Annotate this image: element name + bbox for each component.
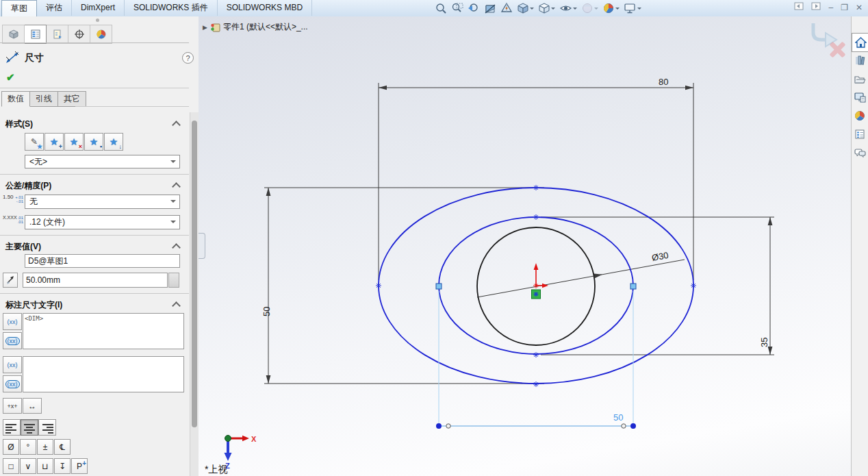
- counterbore-symbol-button[interactable]: ⊔: [37, 458, 53, 474]
- align-right-button[interactable]: [38, 419, 56, 436]
- forum-icon[interactable]: [852, 144, 868, 162]
- display-manager-tab[interactable]: [90, 25, 112, 44]
- dim-80-label[interactable]: 80: [659, 77, 668, 87]
- apply-scene-caret[interactable]: [615, 8, 620, 12]
- more-symbols-button[interactable]: P +: [71, 458, 88, 474]
- add-favorite-button[interactable]: ★ +: [44, 133, 64, 151]
- square-symbol-button[interactable]: □: [3, 458, 19, 474]
- previous-view-icon[interactable]: [467, 1, 481, 16]
- graphics-area[interactable]: ▶ 零件1 (默认<<默认>_... 80 50: [199, 16, 851, 476]
- angle-text-button[interactable]: ↔: [23, 398, 42, 414]
- minimize-button[interactable]: –: [828, 2, 833, 13]
- tolerance-dropdown[interactable]: 无: [25, 195, 180, 209]
- panel-scrollbar-thumb[interactable]: [192, 121, 197, 427]
- collapse-chevron-icon[interactable]: [172, 301, 181, 310]
- offset-text-button[interactable]: +x+: [3, 398, 22, 414]
- zoom-to-fit-icon[interactable]: [434, 1, 448, 16]
- ellipse-vertex-handle[interactable]: [630, 284, 636, 289]
- dimension-35-lines[interactable]: [541, 217, 774, 355]
- apply-default-attributes-button[interactable]: ✎ ★: [25, 133, 44, 151]
- property-manager-tab[interactable]: [25, 25, 47, 44]
- dim-arrow-grip[interactable]: [622, 424, 626, 428]
- dimension-name-field[interactable]: [25, 254, 180, 268]
- ellipse-vertex-handle[interactable]: [436, 284, 442, 289]
- center-point-handle[interactable]: [532, 290, 541, 299]
- section-view-icon[interactable]: [483, 1, 497, 16]
- edit-appearance-icon[interactable]: [580, 1, 599, 16]
- tab-evaluate[interactable]: 评估: [37, 0, 72, 16]
- dimension-80-lines[interactable]: [379, 83, 693, 280]
- inspection-button-2[interactable]: (xx): [3, 375, 22, 392]
- align-center-button[interactable]: [21, 419, 38, 436]
- subtab-leaders[interactable]: 引线: [30, 91, 58, 107]
- collapse-left-panel-icon[interactable]: [794, 2, 804, 13]
- inspection-button[interactable]: (xx): [3, 332, 22, 349]
- view-orientation-caret[interactable]: [530, 8, 534, 12]
- home-icon[interactable]: [852, 33, 868, 52]
- dim-arrow-grip[interactable]: [446, 424, 450, 428]
- countersink-symbol-button[interactable]: ∨: [20, 458, 36, 474]
- align-left-button[interactable]: [3, 419, 21, 436]
- depth-symbol-button[interactable]: ↧: [54, 458, 71, 474]
- dimension-text-area[interactable]: <DIM>: [23, 313, 184, 349]
- dimension-text-section-header[interactable]: 标注尺寸文字(I): [0, 297, 189, 311]
- zoom-to-area-icon[interactable]: [450, 1, 464, 16]
- selected-dim-extension-lines[interactable]: [439, 291, 633, 426]
- tolerance-section-header[interactable]: 公差/精度(P): [0, 178, 189, 192]
- display-style-icon[interactable]: [537, 1, 556, 16]
- dim-diameter-label[interactable]: Ø30: [651, 250, 669, 263]
- display-style-caret[interactable]: [551, 8, 555, 12]
- drawing-view-icon[interactable]: [500, 1, 513, 16]
- design-library-icon[interactable]: [852, 51, 868, 69]
- delete-favorite-button[interactable]: ★ ×: [64, 133, 84, 151]
- feature-manager-tab[interactable]: [2, 25, 25, 44]
- dim-endpoint-handle[interactable]: [630, 423, 636, 429]
- tab-addins[interactable]: SOLIDWORKS 插件: [125, 0, 218, 16]
- tab-sketch[interactable]: 草图: [1, 0, 37, 17]
- dimension-50-lines[interactable]: [264, 188, 544, 384]
- configuration-manager-tab[interactable]: [47, 25, 68, 44]
- save-favorite-button[interactable]: ★ ▪: [84, 133, 103, 151]
- hide-show-caret[interactable]: [573, 8, 577, 12]
- diameter-symbol-button[interactable]: Ø: [3, 439, 19, 455]
- diameter-leader-line[interactable]: [477, 260, 685, 297]
- dim-50-label[interactable]: 50: [261, 307, 272, 316]
- dim-selected-label[interactable]: 50: [613, 412, 623, 423]
- help-icon[interactable]: ?: [182, 52, 194, 64]
- view-palette-icon[interactable]: [852, 88, 868, 106]
- dim-endpoint-handle[interactable]: [436, 423, 442, 429]
- parentheses-button[interactable]: (xx): [3, 313, 22, 330]
- restore-button[interactable]: ❐: [841, 2, 848, 13]
- load-favorite-button[interactable]: ★ ↓: [104, 133, 123, 151]
- panel-pin-dot[interactable]: [96, 18, 99, 22]
- primary-value-section-header[interactable]: 主要值(V): [0, 239, 189, 253]
- edit-appearance-caret[interactable]: [594, 8, 598, 12]
- style-dropdown[interactable]: <无>: [25, 155, 180, 168]
- tab-mbd[interactable]: SOLIDWORKS MBD: [218, 0, 312, 16]
- sketch-canvas[interactable]: 80 50 35 Ø30: [199, 16, 851, 476]
- apply-scene-icon[interactable]: [602, 1, 620, 16]
- ok-button[interactable]: ✔: [6, 71, 15, 84]
- view-settings-caret[interactable]: [637, 8, 641, 12]
- dimxpert-manager-tab[interactable]: [68, 25, 90, 44]
- dim-35-label[interactable]: 35: [759, 338, 769, 347]
- tab-dimxpert[interactable]: DimXpert: [72, 0, 125, 16]
- collapse-chevron-icon[interactable]: [172, 243, 181, 252]
- style-section-header[interactable]: 样式(S): [0, 116, 189, 130]
- collapse-right-panel-icon[interactable]: [811, 2, 821, 13]
- degree-symbol-button[interactable]: °: [20, 439, 36, 455]
- custom-properties-icon[interactable]: [852, 125, 868, 143]
- appearances-icon[interactable]: [852, 107, 868, 125]
- precision-dropdown[interactable]: .12 (文件): [25, 215, 180, 229]
- view-orientation-icon[interactable]: [516, 1, 535, 16]
- collapse-chevron-icon[interactable]: [172, 182, 181, 191]
- dimension-value-field[interactable]: [23, 273, 168, 288]
- dimension-text-area-2[interactable]: [23, 356, 184, 392]
- plusminus-symbol-button[interactable]: ±: [37, 439, 53, 455]
- hide-show-items-icon[interactable]: [559, 1, 578, 16]
- centerline-symbol-button[interactable]: ℄: [54, 439, 71, 455]
- parentheses-button-2[interactable]: (xx): [3, 356, 22, 373]
- file-explorer-icon[interactable]: [852, 70, 868, 88]
- collapse-chevron-icon[interactable]: [172, 121, 181, 129]
- subtab-value[interactable]: 数值: [1, 91, 30, 107]
